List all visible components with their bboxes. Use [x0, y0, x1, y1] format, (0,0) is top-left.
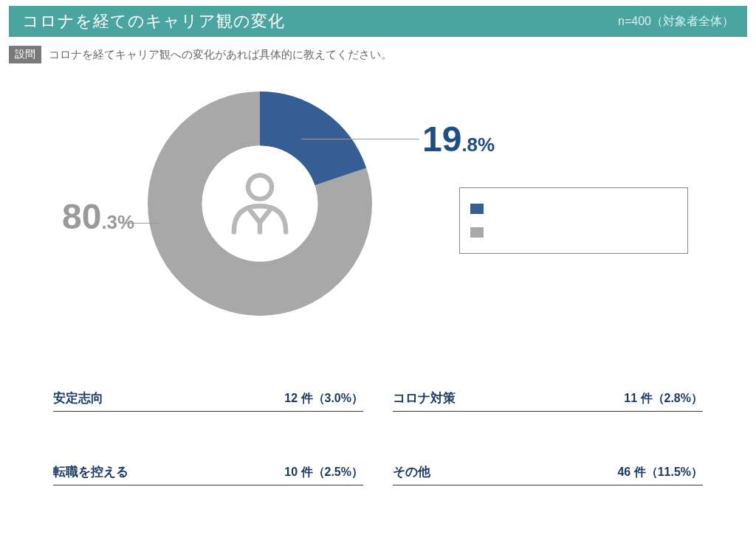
chart-area: 19.8% 80.3%: [9, 78, 747, 359]
question-badge: 設問: [9, 46, 41, 63]
pct-blue-dec: .8: [461, 134, 478, 156]
pct-blue-sym: %: [478, 134, 495, 156]
sample-size: n=400（対象者全体）: [618, 14, 734, 30]
pct-gray-int: 80: [62, 197, 101, 236]
item-name: その他: [393, 463, 430, 480]
item-name: 転職を控える: [53, 463, 128, 480]
header-bar: コロナを経てのキャリア観の変化 n=400（対象者全体）: [9, 6, 747, 37]
legend-row-gray: [470, 227, 677, 238]
page-title: コロナを経てのキャリア観の変化: [22, 10, 285, 32]
item-count: 10 件（2.5%）: [284, 465, 363, 480]
item-row: コロナ対策 11 件（2.8%）: [393, 390, 703, 412]
legend-swatch-blue: [470, 204, 484, 214]
item-name: 安定志向: [53, 390, 103, 407]
pct-blue-int: 19: [422, 120, 461, 159]
pct-label-gray: 80.3%: [62, 196, 134, 237]
item-count: 11 件（2.8%）: [624, 391, 703, 407]
item-count: 46 件（11.5%）: [617, 465, 703, 480]
item-name: コロナ対策: [393, 390, 456, 407]
question-row: 設問 コロナを経てキャリア観への変化があれば具体的に教えてください。: [9, 46, 747, 63]
items-grid: 安定志向 12 件（3.0%） コロナ対策 11 件（2.8%） 転職を控える …: [9, 390, 747, 485]
question-text: コロナを経てキャリア観への変化があれば具体的に教えてください。: [49, 48, 392, 62]
item-row: 転職を控える 10 件（2.5%）: [53, 463, 363, 485]
donut-chart: [142, 86, 378, 322]
donut-svg: [142, 86, 378, 322]
item-row: 安定志向 12 件（3.0%）: [53, 390, 363, 412]
pct-gray-dec: .3: [101, 211, 117, 233]
pct-label-blue: 19.8%: [422, 119, 495, 159]
item-count: 12 件（3.0%）: [284, 391, 363, 407]
pct-gray-sym: %: [117, 211, 134, 233]
item-row: その他 46 件（11.5%）: [393, 463, 703, 485]
leader-line-blue: [301, 139, 419, 139]
legend-swatch-gray: [470, 227, 484, 238]
legend-row-blue: [470, 204, 677, 214]
legend-box: [459, 187, 688, 254]
